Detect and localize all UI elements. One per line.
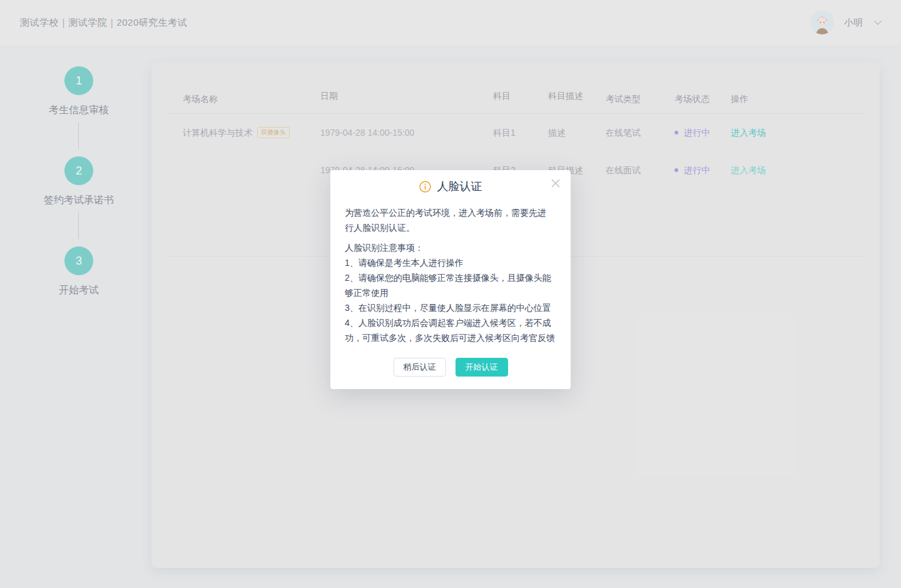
app-root: 测试学校｜测试学院｜2020研究生考试 小明 1 [0, 0, 901, 588]
notice-item: 1、请确保是考生本人进行操作 [345, 255, 556, 270]
auth-later-button[interactable]: 稍后认证 [394, 358, 446, 377]
info-icon [419, 181, 431, 193]
face-auth-modal: 人脸认证 为营造公平公正的考试环境，进入考场前，需要先进行人脸识别认证。 人脸识… [330, 170, 571, 389]
start-auth-button[interactable]: 开始认证 [456, 358, 508, 377]
modal-footer: 稍后认证 开始认证 [345, 358, 556, 377]
notice-title: 人脸识别注意事项： [345, 240, 556, 255]
modal-title: 人脸认证 [437, 179, 482, 194]
face-auth-intro: 为营造公平公正的考试环境，进入考场前，需要先进行人脸识别认证。 [345, 205, 546, 235]
close-icon[interactable] [550, 178, 561, 190]
notice-item: 4、人脸识别成功后会调起客户端进入候考区，若不成功，可重试多次，多次失败后可进入… [345, 315, 556, 345]
modal-header: 人脸认证 [345, 179, 556, 194]
notice-item: 2、请确保您的电脑能够正常连接摄像头，且摄像头能够正常使用 [345, 270, 556, 300]
face-auth-notices: 人脸识别注意事项： 1、请确保是考生本人进行操作 2、请确保您的电脑能够正常连接… [345, 240, 556, 345]
modal-body: 为营造公平公正的考试环境，进入考场前，需要先进行人脸识别认证。 人脸识别注意事项… [345, 205, 556, 345]
notice-item: 3、在识别过程中，尽量使人脸显示在屏幕的中心位置 [345, 300, 556, 315]
